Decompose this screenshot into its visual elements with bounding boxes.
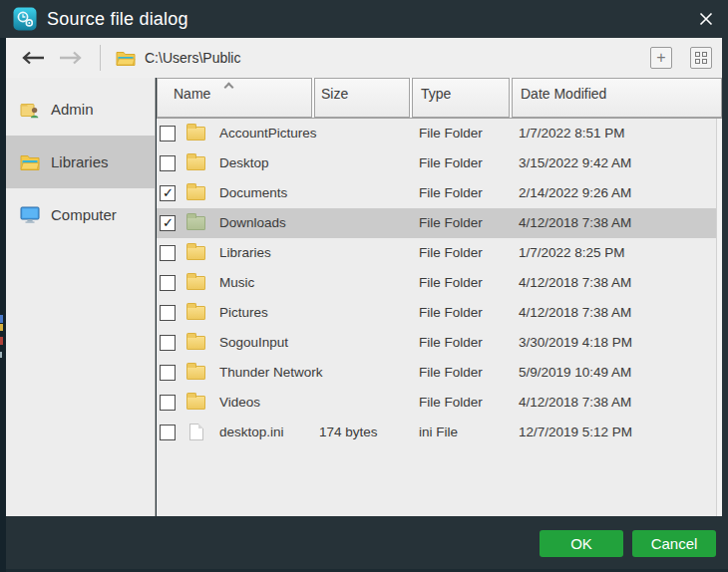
column-label: Name bbox=[174, 86, 210, 102]
toolbar-separator bbox=[100, 45, 101, 71]
sidebar-item-admin[interactable]: Admin bbox=[6, 83, 155, 136]
table-row[interactable]: SogouInput File Folder 3/30/2019 4:18 PM bbox=[157, 328, 722, 358]
places-sidebar: Admin Libraries Computer bbox=[6, 78, 156, 516]
sidebar-item-label: Libraries bbox=[51, 153, 109, 170]
row-checkbox[interactable] bbox=[160, 425, 176, 440]
column-label: Size bbox=[321, 86, 348, 102]
row-checkbox[interactable] bbox=[160, 185, 176, 201]
folder-icon bbox=[186, 216, 205, 230]
column-header-type[interactable]: Type bbox=[412, 78, 510, 118]
forward-button[interactable] bbox=[56, 43, 86, 73]
file-type: File Folder bbox=[419, 155, 483, 170]
add-path-button[interactable]: + bbox=[650, 47, 672, 69]
folder-icon bbox=[186, 306, 205, 320]
address-path[interactable]: C:\Users\Public bbox=[145, 50, 240, 66]
background-app-fragment bbox=[0, 337, 3, 345]
row-checkbox[interactable] bbox=[160, 395, 176, 411]
file-name: desktop.ini bbox=[219, 425, 284, 439]
table-row[interactable]: AccountPictures File Folder 1/7/2022 8:5… bbox=[157, 119, 722, 148]
file-name: SogouInput bbox=[219, 335, 288, 350]
file-name: Videos bbox=[219, 395, 260, 410]
file-type: File Folder bbox=[419, 335, 483, 350]
table-row[interactable]: desktop.ini 174 bytes ini File 12/7/2019… bbox=[157, 418, 722, 447]
file-type: File Folder bbox=[419, 275, 483, 290]
table-row[interactable]: Libraries File Folder 1/7/2022 8:25 PM bbox=[157, 238, 722, 268]
close-button[interactable] bbox=[692, 5, 720, 33]
folder-icon bbox=[186, 186, 205, 200]
file-name: AccountPictures bbox=[219, 126, 317, 141]
libraries-folder-icon bbox=[20, 152, 42, 172]
background-app-fragment bbox=[0, 324, 3, 331]
back-arrow-icon bbox=[20, 50, 46, 66]
file-rows: AccountPictures File Folder 1/7/2022 8:5… bbox=[157, 119, 722, 447]
navigation-bar: C:\Users\Public + bbox=[6, 38, 722, 78]
folder-icon bbox=[186, 396, 205, 410]
file-date: 12/7/2019 5:12 PM bbox=[519, 425, 632, 439]
file-type: File Folder bbox=[419, 215, 483, 230]
row-checkbox[interactable] bbox=[160, 155, 176, 171]
background-app-fragment bbox=[0, 352, 2, 358]
file-icon bbox=[189, 424, 203, 440]
row-checkbox[interactable] bbox=[160, 335, 176, 351]
cancel-button[interactable]: Cancel bbox=[632, 530, 716, 557]
column-header-name[interactable]: Name bbox=[157, 78, 312, 118]
sidebar-item-computer[interactable]: Computer bbox=[6, 188, 155, 241]
row-checkbox[interactable] bbox=[160, 126, 176, 142]
file-name: Music bbox=[219, 275, 254, 290]
sidebar-item-label: Admin bbox=[51, 101, 94, 118]
back-button[interactable] bbox=[18, 43, 48, 73]
view-mode-button[interactable] bbox=[690, 47, 712, 69]
row-checkbox[interactable] bbox=[160, 275, 176, 291]
list-header: Name Size Type Date Modified bbox=[157, 78, 722, 119]
file-date: 3/30/2019 4:18 PM bbox=[519, 335, 632, 350]
app-clock-gear-icon bbox=[13, 7, 37, 31]
table-row[interactable]: Desktop File Folder 3/15/2022 9:42 AM bbox=[157, 148, 722, 178]
folder-icon bbox=[186, 366, 205, 380]
file-date: 5/9/2019 10:49 AM bbox=[519, 365, 631, 380]
dialog-title: Source file dialog bbox=[47, 9, 188, 30]
row-checkbox[interactable] bbox=[160, 245, 176, 261]
file-list-panel: Name Size Type Date Modified AccountPict… bbox=[157, 78, 722, 516]
computer-icon bbox=[20, 205, 42, 225]
row-checkbox[interactable] bbox=[160, 365, 176, 381]
file-date: 2/14/2022 9:26 AM bbox=[519, 185, 631, 200]
row-checkbox[interactable] bbox=[160, 215, 176, 231]
file-type: File Folder bbox=[419, 126, 483, 141]
column-header-date-modified[interactable]: Date Modified bbox=[512, 78, 722, 118]
file-name: Libraries bbox=[219, 245, 271, 260]
file-date: 1/7/2022 8:51 PM bbox=[519, 126, 625, 141]
folder-icon bbox=[186, 336, 205, 350]
file-type: File Folder bbox=[419, 365, 483, 380]
file-type: ini File bbox=[419, 425, 458, 439]
table-row[interactable]: Downloads File Folder 4/12/2018 7:38 AM bbox=[157, 208, 722, 238]
file-name: Desktop bbox=[219, 155, 269, 170]
folder-icon bbox=[186, 276, 205, 290]
file-type: File Folder bbox=[419, 395, 483, 410]
sidebar-item-label: Computer bbox=[51, 206, 117, 223]
row-checkbox[interactable] bbox=[160, 305, 176, 321]
vertical-scrollbar[interactable] bbox=[716, 119, 722, 516]
column-label: Type bbox=[421, 86, 451, 102]
file-date: 4/12/2018 7:38 AM bbox=[519, 275, 631, 290]
column-header-size[interactable]: Size bbox=[314, 78, 410, 118]
folder-icon bbox=[186, 127, 205, 141]
user-folder-icon bbox=[20, 100, 42, 120]
table-row[interactable]: Pictures File Folder 4/12/2018 7:38 AM bbox=[157, 298, 722, 328]
table-row[interactable]: Videos File Folder 4/12/2018 7:38 AM bbox=[157, 388, 722, 418]
file-name: Thunder Network bbox=[219, 365, 323, 380]
column-label: Date Modified bbox=[521, 86, 606, 102]
file-date: 4/12/2018 7:38 AM bbox=[519, 305, 631, 320]
file-type: File Folder bbox=[419, 185, 483, 200]
folder-icon bbox=[186, 246, 205, 260]
title-bar: Source file dialog bbox=[0, 0, 728, 38]
ok-button[interactable]: OK bbox=[540, 530, 623, 557]
sidebar-item-libraries[interactable]: Libraries bbox=[6, 136, 155, 188]
file-name: Pictures bbox=[219, 305, 268, 320]
sort-ascending-icon bbox=[224, 83, 234, 93]
table-row[interactable]: Documents File Folder 2/14/2022 9:26 AM bbox=[157, 178, 722, 208]
table-row[interactable]: Music File Folder 4/12/2018 7:38 AM bbox=[157, 268, 722, 298]
source-file-dialog: Source file dialog C: bbox=[0, 0, 728, 572]
file-date: 4/12/2018 7:38 AM bbox=[519, 215, 631, 230]
file-date: 1/7/2022 8:25 PM bbox=[519, 245, 625, 260]
table-row[interactable]: Thunder Network File Folder 5/9/2019 10:… bbox=[157, 358, 722, 388]
